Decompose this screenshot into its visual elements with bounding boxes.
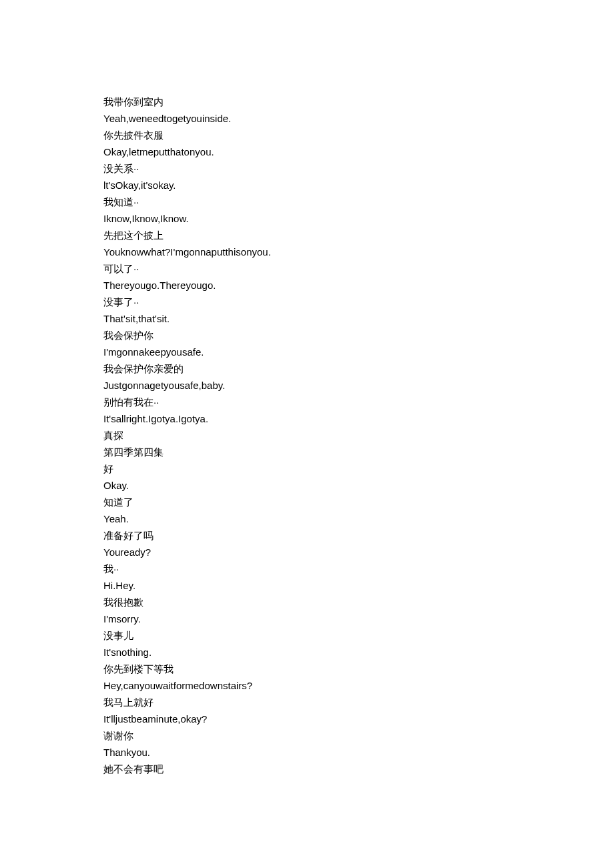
text-line: 我很抱歉 (103, 594, 511, 610)
text-line: 没事了·· (103, 294, 511, 310)
text-line: 你先披件衣服 (103, 127, 511, 143)
text-line: 谢谢你 (103, 727, 511, 744)
text-line: 没关系·· (103, 160, 511, 177)
text-line: Iknow,Iknow,Iknow. (103, 210, 511, 227)
text-line: I'msorry. (103, 610, 511, 627)
text-line: Hi.Hey. (103, 577, 511, 594)
text-line: It'lljustbeaminute,okay? (103, 711, 511, 727)
text-line: It'snothing. (103, 644, 511, 661)
text-line: 第四季第四集 (103, 444, 511, 460)
text-line: Okay,letmeputthatonyou. (103, 143, 511, 160)
text-line: 她不会有事吧 (103, 761, 511, 777)
text-line: It'sallright.Igotya.Igotya. (103, 410, 511, 427)
text-line: 我会保护你亲爱的 (103, 360, 511, 377)
text-line: 准备好了吗 (103, 527, 511, 544)
text-line: Yeah,weneedtogetyouinside. (103, 110, 511, 127)
text-line: 你先到楼下等我 (103, 661, 511, 677)
text-line: 可以了·· (103, 260, 511, 277)
text-line: 我会保护你 (103, 327, 511, 344)
text-line: 我知道·· (103, 193, 511, 210)
text-line: 真探 (103, 427, 511, 444)
text-line: Yeah. (103, 510, 511, 527)
text-line: Youknowwhat?I'mgonnaputthisonyou. (103, 244, 511, 260)
text-line: Okay. (103, 477, 511, 494)
document-content: 我带你到室内Yeah,weneedtogetyouinside.你先披件衣服Ok… (0, 0, 614, 831)
text-line: Hey,canyouwaitformedownstairs? (103, 677, 511, 694)
text-line: Thankyou. (103, 744, 511, 761)
text-line: 知道了 (103, 494, 511, 510)
text-line: 没事儿 (103, 627, 511, 644)
text-line: 别怕有我在·· (103, 394, 511, 410)
text-line: 我·· (103, 560, 511, 577)
text-line: 好 (103, 460, 511, 477)
text-line: Youready? (103, 544, 511, 560)
text-line: 先把这个披上 (103, 227, 511, 244)
text-line: Justgonnagetyousafe,baby. (103, 377, 511, 394)
text-line: That'sit,that'sit. (103, 310, 511, 327)
text-line: I'mgonnakeepyousafe. (103, 344, 511, 360)
text-line: Thereyougo.Thereyougo. (103, 277, 511, 294)
text-line: lt'sOkay,it'sokay. (103, 177, 511, 193)
text-line: 我马上就好 (103, 694, 511, 711)
text-line: 我带你到室内 (103, 93, 511, 110)
